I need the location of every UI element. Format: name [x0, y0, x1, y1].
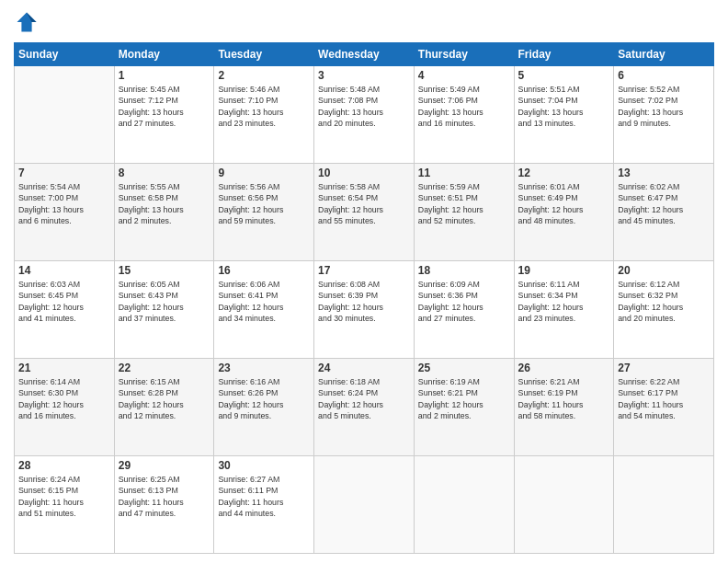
day-info: Sunrise: 5:55 AM Sunset: 6:58 PM Dayligh… — [119, 181, 210, 226]
day-number: 5 — [518, 69, 610, 82]
day-info: Sunrise: 5:48 AM Sunset: 7:08 PM Dayligh… — [318, 84, 410, 129]
day-number: 29 — [119, 459, 210, 472]
day-number: 30 — [218, 459, 310, 472]
calendar-cell: 1Sunrise: 5:45 AM Sunset: 7:12 PM Daylig… — [114, 66, 214, 164]
day-number: 26 — [518, 362, 610, 374]
day-info: Sunrise: 6:08 AM Sunset: 6:39 PM Dayligh… — [318, 279, 410, 324]
day-info: Sunrise: 6:16 AM Sunset: 6:26 PM Dayligh… — [218, 376, 310, 421]
day-number: 12 — [518, 167, 610, 179]
calendar-cell: 18Sunrise: 6:09 AM Sunset: 6:36 PM Dayli… — [414, 261, 514, 359]
calendar-cell: 29Sunrise: 6:25 AM Sunset: 6:13 PM Dayli… — [114, 456, 214, 554]
calendar-cell: 24Sunrise: 6:18 AM Sunset: 6:24 PM Dayli… — [314, 359, 415, 456]
day-info: Sunrise: 5:52 AM Sunset: 7:02 PM Dayligh… — [618, 84, 710, 129]
calendar-cell — [414, 456, 514, 554]
day-number: 22 — [119, 362, 210, 374]
calendar-cell: 2Sunrise: 5:46 AM Sunset: 7:10 PM Daylig… — [214, 66, 314, 164]
day-info: Sunrise: 6:06 AM Sunset: 6:41 PM Dayligh… — [218, 279, 310, 324]
day-info: Sunrise: 5:59 AM Sunset: 6:51 PM Dayligh… — [418, 181, 510, 226]
day-info: Sunrise: 5:54 AM Sunset: 7:00 PM Dayligh… — [18, 181, 110, 226]
day-info: Sunrise: 6:09 AM Sunset: 6:36 PM Dayligh… — [418, 279, 510, 324]
page: SundayMondayTuesdayWednesdayThursdayFrid… — [0, 0, 728, 563]
calendar-cell: 22Sunrise: 6:15 AM Sunset: 6:28 PM Dayli… — [114, 359, 214, 456]
day-info: Sunrise: 6:25 AM Sunset: 6:13 PM Dayligh… — [119, 474, 210, 519]
calendar-cell: 13Sunrise: 6:02 AM Sunset: 6:47 PM Dayli… — [614, 164, 714, 261]
calendar-cell: 23Sunrise: 6:16 AM Sunset: 6:26 PM Dayli… — [214, 359, 314, 456]
day-number: 17 — [318, 264, 410, 277]
calendar-row: 14Sunrise: 6:03 AM Sunset: 6:45 PM Dayli… — [15, 261, 714, 359]
day-number: 14 — [18, 264, 110, 277]
day-info: Sunrise: 6:27 AM Sunset: 6:11 PM Dayligh… — [218, 474, 310, 519]
day-info: Sunrise: 6:12 AM Sunset: 6:32 PM Dayligh… — [618, 279, 710, 324]
day-info: Sunrise: 6:18 AM Sunset: 6:24 PM Dayligh… — [318, 376, 410, 421]
day-number: 16 — [218, 264, 310, 277]
day-number: 8 — [119, 167, 210, 179]
calendar-cell — [314, 456, 415, 554]
weekday-header-sunday: Sunday — [15, 43, 115, 66]
day-info: Sunrise: 6:11 AM Sunset: 6:34 PM Dayligh… — [518, 279, 610, 324]
day-info: Sunrise: 5:49 AM Sunset: 7:06 PM Dayligh… — [418, 84, 510, 129]
day-number: 1 — [119, 69, 210, 82]
calendar-cell: 21Sunrise: 6:14 AM Sunset: 6:30 PM Dayli… — [15, 359, 115, 456]
weekday-header-thursday: Thursday — [414, 43, 514, 66]
day-number: 6 — [618, 69, 710, 82]
calendar-cell — [514, 456, 614, 554]
day-info: Sunrise: 6:21 AM Sunset: 6:19 PM Dayligh… — [518, 376, 610, 421]
day-info: Sunrise: 6:02 AM Sunset: 6:47 PM Dayligh… — [618, 181, 710, 226]
calendar-cell: 30Sunrise: 6:27 AM Sunset: 6:11 PM Dayli… — [214, 456, 314, 554]
day-number: 10 — [318, 167, 410, 179]
calendar-cell: 8Sunrise: 5:55 AM Sunset: 6:58 PM Daylig… — [114, 164, 214, 261]
calendar-cell: 26Sunrise: 6:21 AM Sunset: 6:19 PM Dayli… — [514, 359, 614, 456]
calendar-row: 28Sunrise: 6:24 AM Sunset: 6:15 PM Dayli… — [15, 456, 714, 554]
day-info: Sunrise: 6:19 AM Sunset: 6:21 PM Dayligh… — [418, 376, 510, 421]
day-number: 18 — [418, 264, 510, 277]
calendar-cell: 7Sunrise: 5:54 AM Sunset: 7:00 PM Daylig… — [15, 164, 115, 261]
day-number: 15 — [119, 264, 210, 277]
calendar-cell: 17Sunrise: 6:08 AM Sunset: 6:39 PM Dayli… — [314, 261, 415, 359]
day-info: Sunrise: 5:46 AM Sunset: 7:10 PM Dayligh… — [218, 84, 310, 129]
calendar-cell — [15, 66, 115, 164]
day-info: Sunrise: 5:58 AM Sunset: 6:54 PM Dayligh… — [318, 181, 410, 226]
weekday-header-wednesday: Wednesday — [314, 43, 415, 66]
calendar-cell: 16Sunrise: 6:06 AM Sunset: 6:41 PM Dayli… — [214, 261, 314, 359]
day-info: Sunrise: 6:05 AM Sunset: 6:43 PM Dayligh… — [119, 279, 210, 324]
calendar-cell: 19Sunrise: 6:11 AM Sunset: 6:34 PM Dayli… — [514, 261, 614, 359]
calendar-cell: 9Sunrise: 5:56 AM Sunset: 6:56 PM Daylig… — [214, 164, 314, 261]
calendar-cell: 15Sunrise: 6:05 AM Sunset: 6:43 PM Dayli… — [114, 261, 214, 359]
day-info: Sunrise: 6:14 AM Sunset: 6:30 PM Dayligh… — [18, 376, 110, 421]
day-number: 11 — [418, 167, 510, 179]
day-info: Sunrise: 6:01 AM Sunset: 6:49 PM Dayligh… — [518, 181, 610, 226]
header — [14, 9, 714, 35]
calendar-cell: 3Sunrise: 5:48 AM Sunset: 7:08 PM Daylig… — [314, 66, 415, 164]
day-number: 24 — [318, 362, 410, 374]
day-info: Sunrise: 6:15 AM Sunset: 6:28 PM Dayligh… — [119, 376, 210, 421]
calendar-cell: 14Sunrise: 6:03 AM Sunset: 6:45 PM Dayli… — [15, 261, 115, 359]
day-number: 21 — [18, 362, 110, 374]
calendar-row: 7Sunrise: 5:54 AM Sunset: 7:00 PM Daylig… — [15, 164, 714, 261]
weekday-header-tuesday: Tuesday — [214, 43, 314, 66]
calendar-cell: 4Sunrise: 5:49 AM Sunset: 7:06 PM Daylig… — [414, 66, 514, 164]
day-number: 3 — [318, 69, 410, 82]
day-number: 20 — [618, 264, 710, 277]
day-info: Sunrise: 6:24 AM Sunset: 6:15 PM Dayligh… — [18, 474, 110, 519]
day-number: 28 — [18, 459, 110, 472]
day-number: 23 — [218, 362, 310, 374]
calendar-table: SundayMondayTuesdayWednesdayThursdayFrid… — [14, 42, 714, 554]
day-info: Sunrise: 5:51 AM Sunset: 7:04 PM Dayligh… — [518, 84, 610, 129]
day-number: 7 — [18, 167, 110, 179]
calendar-cell — [614, 456, 714, 554]
day-number: 9 — [218, 167, 310, 179]
weekday-header-friday: Friday — [514, 43, 614, 66]
day-number: 13 — [618, 167, 710, 179]
calendar-cell: 12Sunrise: 6:01 AM Sunset: 6:49 PM Dayli… — [514, 164, 614, 261]
logo-icon — [14, 9, 40, 35]
calendar-cell: 25Sunrise: 6:19 AM Sunset: 6:21 PM Dayli… — [414, 359, 514, 456]
day-number: 19 — [518, 264, 610, 277]
calendar-cell: 11Sunrise: 5:59 AM Sunset: 6:51 PM Dayli… — [414, 164, 514, 261]
day-number: 2 — [218, 69, 310, 82]
calendar-row: 21Sunrise: 6:14 AM Sunset: 6:30 PM Dayli… — [15, 359, 714, 456]
calendar-cell: 5Sunrise: 5:51 AM Sunset: 7:04 PM Daylig… — [514, 66, 614, 164]
day-info: Sunrise: 5:56 AM Sunset: 6:56 PM Dayligh… — [218, 181, 310, 226]
calendar-cell: 6Sunrise: 5:52 AM Sunset: 7:02 PM Daylig… — [614, 66, 714, 164]
calendar-cell: 20Sunrise: 6:12 AM Sunset: 6:32 PM Dayli… — [614, 261, 714, 359]
weekday-header-row: SundayMondayTuesdayWednesdayThursdayFrid… — [15, 43, 714, 66]
